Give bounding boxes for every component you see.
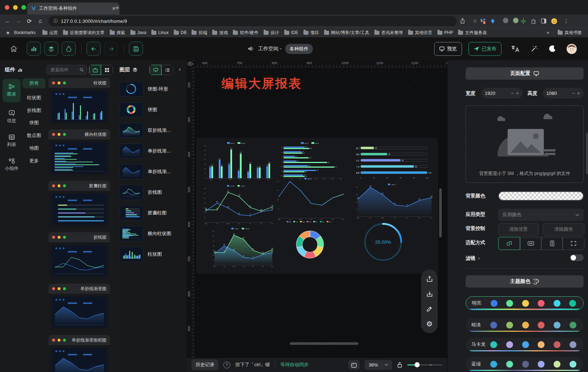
language-switch-icon[interactable] bbox=[511, 45, 520, 53]
increment-icon[interactable]: + bbox=[577, 90, 580, 96]
extension-circle-green-icon[interactable] bbox=[511, 18, 521, 24]
settings-gear-icon[interactable]: ⚙ bbox=[423, 318, 436, 330]
other-bookmarks[interactable]: 其他书签 bbox=[555, 30, 584, 36]
horizontal-bar-chart-component[interactable]: Sun130160Sat110117Fri70155Thu80268Wed150… bbox=[279, 141, 344, 181]
search-icon[interactable] bbox=[80, 68, 84, 72]
charts-panel-toggle-button[interactable] bbox=[27, 42, 41, 56]
bar-chart-component[interactable]: 0501001502002503003501202001508070110130… bbox=[201, 141, 274, 182]
layer-item[interactable]: 折线图 bbox=[119, 184, 184, 201]
editor-canvas[interactable]: 6007008009001000110012001300 20030040050… bbox=[186, 60, 447, 357]
component-card[interactable]: 胶囊柱图 bbox=[49, 181, 110, 228]
theme-row-2[interactable]: 暗淡 bbox=[466, 318, 584, 332]
theme-row-4[interactable]: 蓝绿 bbox=[466, 357, 584, 371]
capsule-bar-chart-component[interactable]: 厦门20南阳40北京60上海80新疆100020406080100 bbox=[351, 144, 434, 180]
layer-item[interactable]: 横向柱状图 bbox=[119, 225, 184, 242]
extension-star-green-icon[interactable] bbox=[521, 18, 531, 24]
browser-menu-icon[interactable]: ⋮ bbox=[561, 18, 571, 24]
gradient-area-chart-component[interactable]: 0501001502002503003501202001508070110130… bbox=[210, 227, 274, 269]
gradient-line-chart-component[interactable]: 0501001502001202001508070110130MonTueWed… bbox=[353, 183, 433, 220]
rail-tab-1[interactable]: 图表 bbox=[3, 79, 21, 102]
rail-tab-2[interactable]: A信息 bbox=[3, 106, 21, 128]
line-chart-component[interactable]: 0501001502002503003501202001508070110130… bbox=[201, 184, 274, 226]
layer-item[interactable]: 胶囊柱图 bbox=[119, 204, 184, 222]
layer-item[interactable]: 双折线渐... bbox=[119, 122, 184, 139]
fit-stretch-button[interactable] bbox=[562, 237, 584, 250]
clear-color-button[interactable]: 清除颜色 bbox=[543, 223, 584, 235]
ruler-eye-icon[interactable] bbox=[187, 61, 193, 67]
magic-wand-icon[interactable] bbox=[530, 45, 538, 53]
publish-status-button[interactable]: 已发布 bbox=[469, 42, 502, 56]
home-nav-icon[interactable] bbox=[10, 45, 17, 52]
component-card[interactable]: 折线图 bbox=[49, 232, 110, 279]
save-button[interactable] bbox=[129, 42, 143, 56]
canvas-horizontal-scrollbar[interactable] bbox=[290, 342, 358, 345]
undo-button[interactable] bbox=[87, 42, 101, 56]
bookmark-folder[interactable]: 资讯未整理 bbox=[372, 30, 406, 36]
search-input[interactable] bbox=[50, 67, 78, 73]
project-name-badge[interactable]: 各种组件 bbox=[285, 44, 313, 54]
filter-toggle[interactable] bbox=[570, 254, 584, 261]
import-icon[interactable] bbox=[423, 288, 436, 300]
preview-button[interactable]: 预览 bbox=[434, 42, 462, 56]
category-item[interactable]: 地图 bbox=[22, 145, 46, 151]
reload-icon[interactable]: ⟳ bbox=[24, 18, 35, 25]
collapse-layers-chevron-icon[interactable]: ‹ bbox=[179, 66, 181, 72]
layer-list-view-button[interactable] bbox=[161, 65, 173, 75]
bookmarks-overflow-chevron[interactable]: » bbox=[544, 30, 552, 35]
bookmark-folder[interactable]: 设计 bbox=[261, 30, 282, 36]
fit-height-button[interactable] bbox=[541, 237, 563, 250]
fit-width-button[interactable] bbox=[520, 237, 542, 250]
dark-mode-moon-icon[interactable] bbox=[549, 45, 556, 53]
dashboard-group[interactable]: 0501001502002503003501202001508070110130… bbox=[196, 138, 438, 274]
component-card[interactable]: 单折线渐变图 bbox=[49, 284, 110, 331]
rail-tab-4[interactable]: 小组件 bbox=[3, 154, 21, 176]
component-card[interactable]: 单折线渐变面积图 bbox=[49, 335, 110, 372]
theme-row-1[interactable]: 明亮 bbox=[466, 296, 584, 310]
bookmark-folder[interactable]: 网站/博客/文章/工具 bbox=[322, 30, 372, 36]
donut-chart-component[interactable]: MonTueWedThuFriSatSun bbox=[274, 220, 345, 265]
bookmark-folder[interactable]: Java bbox=[128, 30, 149, 35]
panel-scrollbar[interactable] bbox=[586, 133, 588, 174]
decrement-icon[interactable]: − bbox=[511, 90, 514, 96]
category-item[interactable]: 所有 bbox=[22, 78, 46, 88]
increment-icon[interactable]: + bbox=[516, 90, 519, 96]
single-line-chart-component[interactable]: 050100150200MonTueWedThuFriSatSundata1 bbox=[274, 177, 345, 222]
layer-item[interactable]: 饼图-环形 bbox=[119, 80, 184, 98]
bookmark-folder[interactable]: 游戏 bbox=[210, 30, 230, 36]
zoom-slider[interactable] bbox=[407, 362, 442, 367]
back-icon[interactable]: ← bbox=[2, 18, 13, 24]
height-input[interactable]: 1080−+ bbox=[543, 88, 584, 99]
slider-knob[interactable] bbox=[415, 362, 420, 367]
window-minimize-button[interactable] bbox=[13, 5, 18, 10]
share-icon[interactable] bbox=[460, 18, 470, 24]
profile-avatar-icon[interactable] bbox=[551, 18, 561, 24]
category-item[interactable]: 散点图 bbox=[22, 132, 46, 139]
home-icon[interactable]: ⌂ bbox=[35, 18, 46, 24]
bookmarks-label[interactable]: Bookmarks bbox=[12, 30, 38, 35]
clear-background-button[interactable]: 清除背景 bbox=[498, 223, 539, 235]
bookmark-folder[interactable]: PHP bbox=[435, 30, 456, 35]
category-item[interactable]: 饼图 bbox=[22, 120, 46, 126]
category-item[interactable]: 折线图 bbox=[22, 107, 46, 114]
browser-tab[interactable]: 工作空间-各种组件 ✕ bbox=[27, 3, 119, 14]
site-info-icon[interactable]: ⓘ bbox=[54, 18, 58, 24]
component-view-toggle-button[interactable] bbox=[89, 65, 101, 75]
category-item[interactable]: 柱状图 bbox=[22, 95, 46, 101]
bookmark-folder[interactable]: 前端 bbox=[189, 30, 210, 36]
bookmark-folder[interactable]: 运营 bbox=[40, 30, 60, 36]
user-avatar[interactable] bbox=[566, 43, 577, 54]
extension-circle-dark-icon[interactable] bbox=[500, 18, 511, 24]
layers-panel-toggle-button[interactable] bbox=[44, 42, 58, 56]
app-type-select[interactable]: 应用颜色 bbox=[498, 209, 584, 221]
bookmark-folder[interactable]: Linux bbox=[149, 30, 171, 35]
bookmark-folder[interactable]: 项目 bbox=[301, 30, 322, 36]
layer-item[interactable]: 饼图 bbox=[119, 101, 184, 118]
theme-color-header[interactable]: 主题颜色 bbox=[466, 275, 584, 288]
layer-thumbnail-view-button[interactable] bbox=[150, 65, 161, 75]
help-icon[interactable]: ? bbox=[223, 361, 230, 368]
bookmark-folder[interactable]: 近期需要读的文章 bbox=[60, 30, 107, 36]
width-input[interactable]: 1920−+ bbox=[481, 88, 522, 99]
decrement-icon[interactable]: − bbox=[572, 90, 575, 96]
extensions-puzzle-icon[interactable] bbox=[531, 18, 541, 24]
rail-tab-3[interactable]: 列表 bbox=[3, 130, 21, 151]
